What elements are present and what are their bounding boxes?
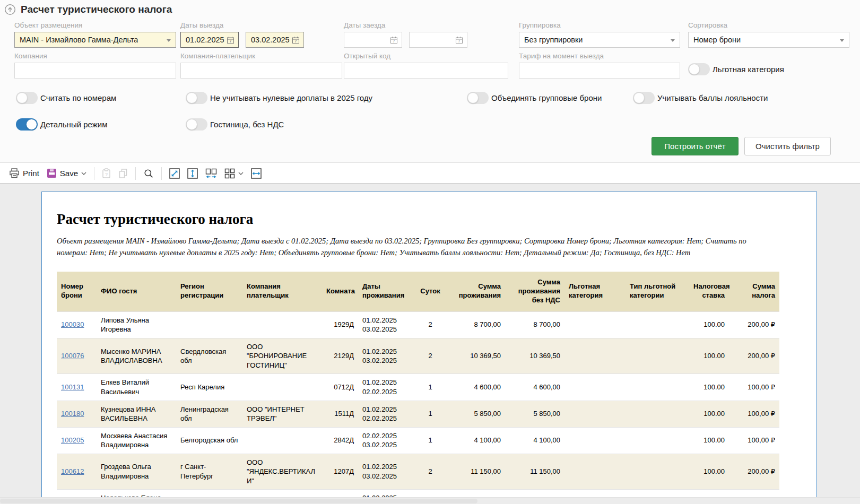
toggle-pill[interactable] — [16, 118, 38, 131]
table-header-row: Номер брони ФИО гостя Регион регистрации… — [57, 272, 779, 311]
toggle-pill[interactable] — [186, 118, 207, 131]
cell-nights: 2 — [414, 454, 447, 490]
cell-region: Белгородская обл — [176, 427, 242, 454]
toggle-privileged-category[interactable]: Льготная категория — [688, 63, 784, 75]
col-header-guest: ФИО гостя — [97, 272, 176, 311]
cell-company — [242, 427, 322, 454]
save-button[interactable]: Save — [43, 166, 90, 180]
cell-guest: Мысенко МАРИНА ВЛАДИСЛАВОВНА — [97, 338, 176, 374]
cell-amount_no_vat: 5 850,00 — [505, 401, 564, 427]
cell-region: Ленинградская обл — [176, 401, 242, 427]
property-select[interactable]: MAIN - Измайлово Гамма-Дельта — [14, 32, 176, 48]
arrival-date-from[interactable]: 7 — [344, 32, 402, 48]
report-subtitle: Объект размещения MAIN - Измайлово Гамма… — [57, 236, 774, 259]
cell-dates: 02.02.202503.02.2025 — [358, 427, 414, 454]
toggle-merge-group-bookings[interactable]: Объединять групповые брони — [467, 92, 602, 104]
open-code-input[interactable] — [344, 63, 508, 79]
calendar-icon[interactable]: 7 — [455, 36, 463, 44]
departure-date-from-value: 01.02.2025 — [186, 36, 224, 44]
booking-link[interactable]: 100076 — [61, 352, 84, 360]
clipboard-question-icon: ? — [102, 168, 111, 179]
calendar-icon[interactable]: 7 — [292, 36, 300, 44]
booking-link[interactable]: 100180 — [61, 410, 84, 418]
cell-amount: 4 600,00 — [447, 374, 505, 401]
cell-tax_rate: 100.00 — [689, 374, 729, 401]
fullscreen-button[interactable] — [166, 166, 184, 181]
toggle-ignore-zero-2025[interactable]: Не учитывать нулевые доплаты в 2025 году — [186, 92, 372, 104]
save-icon — [47, 168, 57, 178]
grouping-select[interactable]: Без группировки — [519, 32, 680, 48]
grouping-select-value: Без группировки — [524, 36, 583, 44]
calendar-icon[interactable]: 7 — [390, 36, 398, 44]
clear-filter-button[interactable]: Очистить фильтр — [744, 137, 831, 155]
collapse-panel-icon[interactable] — [4, 4, 16, 15]
cell-nights: 2 — [414, 338, 447, 374]
table-row: 100612Гроздева Ольга Владимировнаг Санкт… — [57, 454, 779, 490]
report-table-body: 100030Липова Ульяна Игоревна1929Д01.02.2… — [57, 311, 779, 504]
cell-privileged — [564, 401, 626, 427]
cell-company — [242, 311, 322, 338]
view-mode-button[interactable] — [221, 166, 247, 181]
cell-amount_no_vat: 8 700,00 — [505, 311, 564, 338]
date-line: 01.02.2025 — [362, 347, 410, 357]
page-title: Расчет туристического налога — [21, 4, 172, 15]
cell-room: 2842Д — [322, 427, 358, 454]
chevron-down-icon — [671, 39, 675, 42]
cell-nights: 1 — [414, 401, 447, 427]
col-header-tax-rate: Налоговая ставка — [689, 272, 729, 311]
toggle-count-by-rooms[interactable]: Считать по номерам — [16, 92, 116, 104]
cell-amount: 4 100,00 — [447, 427, 505, 454]
cell-privileged — [564, 311, 626, 338]
report-page: Расчет туристического налога Объект разм… — [41, 192, 817, 504]
print-button[interactable]: Print — [5, 166, 43, 180]
toggle-pill[interactable] — [633, 92, 655, 104]
cell-tax_rate: 100.00 — [689, 454, 729, 490]
date-line: 03.02.2025 — [362, 440, 410, 450]
arrival-date-to[interactable]: 7 — [409, 32, 467, 48]
toggle-hotel-no-vat[interactable]: Гостиница, без НДС — [186, 118, 284, 131]
cell-privileged_type — [626, 401, 689, 427]
cell-amount: 10 369,50 — [447, 338, 505, 374]
toggle-pill[interactable] — [16, 92, 38, 104]
cell-booking: 100612 — [57, 454, 97, 490]
toggle-label: Гостиница, без НДС — [210, 120, 284, 129]
col-header-region: Регион регистрации — [176, 272, 242, 311]
payer-company-input[interactable] — [180, 63, 342, 79]
build-report-button[interactable]: Построить отчёт — [651, 137, 739, 155]
toggle-loyalty-points[interactable]: Учитывать баллы лояльности — [633, 92, 768, 104]
multiple-pages-button[interactable] — [202, 166, 221, 181]
departure-dates-label: Даты выезда — [180, 21, 304, 29]
search-button[interactable] — [140, 166, 158, 181]
svg-text:7: 7 — [393, 39, 395, 42]
cell-room: 2129Д — [322, 338, 358, 374]
chevron-down-icon — [81, 172, 86, 175]
departure-date-to[interactable]: 03.02.2025 7 — [246, 32, 304, 48]
toggle-label: Не учитывать нулевые доплаты в 2025 году — [210, 93, 372, 102]
cell-company — [242, 374, 322, 401]
scrollbar-thumb[interactable] — [0, 499, 477, 503]
horizontal-scrollbar[interactable] — [0, 497, 860, 504]
booking-link[interactable]: 100612 — [61, 467, 84, 475]
tariff-input[interactable] — [519, 63, 680, 79]
report-viewport[interactable]: Расчет туристического налога Объект разм… — [0, 184, 860, 504]
col-header-room: Комната — [322, 272, 358, 311]
toolbar-separator — [135, 167, 136, 180]
print-label: Print — [23, 169, 39, 178]
booking-link[interactable]: 100131 — [61, 383, 84, 391]
departure-date-from[interactable]: 01.02.2025 7 — [180, 32, 239, 48]
toggle-pill[interactable] — [467, 92, 489, 104]
booking-link[interactable]: 100030 — [61, 320, 84, 328]
chevron-down-icon — [238, 172, 244, 175]
sorting-select[interactable]: Номер брони — [688, 32, 849, 48]
toggle-pill[interactable] — [688, 63, 710, 75]
toggle-detailed-mode[interactable]: Детальный режим — [16, 118, 107, 131]
table-row: 100131Елкев Виталий ВасильевичРесп Карел… — [57, 374, 779, 401]
fit-page-height-button[interactable] — [184, 166, 202, 181]
calendar-icon[interactable]: 7 — [227, 36, 234, 44]
booking-link[interactable]: 100205 — [61, 436, 84, 444]
fit-page-width-button[interactable] — [247, 166, 265, 181]
resources-button — [115, 166, 132, 181]
cell-company: ООО "БРОНИРОВАНИЕ ГОСТИНИЦ" — [242, 338, 322, 374]
company-input[interactable] — [14, 63, 176, 79]
toggle-pill[interactable] — [186, 92, 207, 104]
